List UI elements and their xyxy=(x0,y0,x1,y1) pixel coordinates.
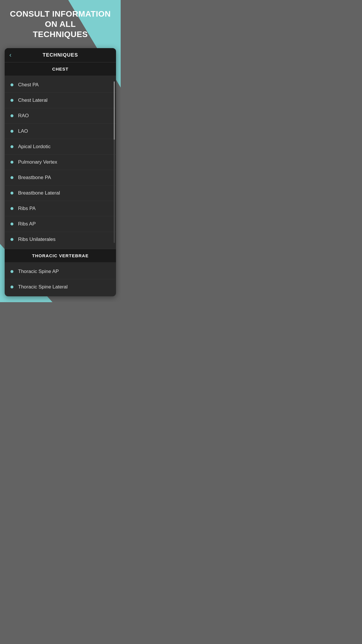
list-item-ribs-unilaterales[interactable]: Ribs Unilaterales xyxy=(5,232,116,247)
background: CONSULT INFORMATION ON ALL TECHNIQUES ‹ … xyxy=(0,0,121,302)
bullet-icon xyxy=(10,130,13,133)
list-item-label: Chest Lateral xyxy=(18,97,48,103)
scrollbar-track xyxy=(114,81,115,243)
list-item-label: Ribs Unilaterales xyxy=(18,237,56,242)
bullet-icon xyxy=(10,161,13,164)
list-item-rao[interactable]: RAO xyxy=(5,108,116,124)
bullet-icon xyxy=(10,114,13,117)
list-item-label: Breastbone Lateral xyxy=(18,190,60,196)
page-title: CONSULT INFORMATION ON ALL TECHNIQUES xyxy=(10,9,111,39)
bullet-icon xyxy=(10,286,13,288)
list-item-chest-lateral[interactable]: Chest Lateral xyxy=(5,93,116,108)
chest-list: Chest PA Chest Lateral RAO LAO Apical Lo xyxy=(5,76,116,249)
list-item-ribs-ap[interactable]: Ribs AP xyxy=(5,216,116,232)
list-item-label: Ribs AP xyxy=(18,221,36,227)
list-item-ribs-pa[interactable]: Ribs PA xyxy=(5,201,116,216)
back-arrow-icon: ‹ xyxy=(9,51,11,59)
bullet-icon xyxy=(10,207,13,210)
bullet-icon xyxy=(10,176,13,179)
bullet-icon xyxy=(10,192,13,195)
list-item-label: Pulmonary Vertex xyxy=(18,159,57,165)
list-item-label: Thoracic Spine Lateral xyxy=(18,284,68,290)
section-header-chest: CHEST xyxy=(5,62,116,76)
bullet-icon xyxy=(10,238,13,241)
thoracic-list: Thoracic Spine AP Thoracic Spine Lateral xyxy=(5,262,116,296)
card-header: ‹ TECHNIQUES xyxy=(5,48,116,62)
bullet-icon xyxy=(10,145,13,148)
bullet-icon xyxy=(10,83,13,86)
list-item-breastbone-lateral[interactable]: Breastbone Lateral xyxy=(5,186,116,201)
list-item-label: Chest PA xyxy=(18,82,39,88)
list-item-label: Breastbone PA xyxy=(18,175,51,181)
page-content: CONSULT INFORMATION ON ALL TECHNIQUES ‹ … xyxy=(0,0,121,302)
card-nav-title: TECHNIQUES xyxy=(9,52,111,58)
list-item-label: Ribs PA xyxy=(18,206,36,211)
list-item-thoracic-spine-lateral[interactable]: Thoracic Spine Lateral xyxy=(5,279,116,295)
bullet-icon xyxy=(10,270,13,273)
techniques-card: ‹ TECHNIQUES CHEST Chest PA Che xyxy=(5,48,116,296)
list-item-label: RAO xyxy=(18,113,29,119)
section-header-thoracic: THORACIC VERTEBRAE xyxy=(5,249,116,262)
list-item-chest-pa[interactable]: Chest PA xyxy=(5,77,116,93)
list-item-breastbone-pa[interactable]: Breastbone PA xyxy=(5,170,116,186)
list-item-apical-lordotic[interactable]: Apical Lordotic xyxy=(5,139,116,155)
list-item-label: Thoracic Spine AP xyxy=(18,269,59,274)
list-item-pulmonary-vertex[interactable]: Pulmonary Vertex xyxy=(5,155,116,170)
list-item-thoracic-spine-ap[interactable]: Thoracic Spine AP xyxy=(5,264,116,279)
bullet-icon xyxy=(10,223,13,225)
list-item-lao[interactable]: LAO xyxy=(5,124,116,139)
scrollbar-thumb[interactable] xyxy=(114,81,115,140)
back-button[interactable]: ‹ xyxy=(9,51,11,59)
list-item-label: LAO xyxy=(18,128,28,134)
bullet-icon xyxy=(10,99,13,102)
list-item-label: Apical Lordotic xyxy=(18,144,51,150)
